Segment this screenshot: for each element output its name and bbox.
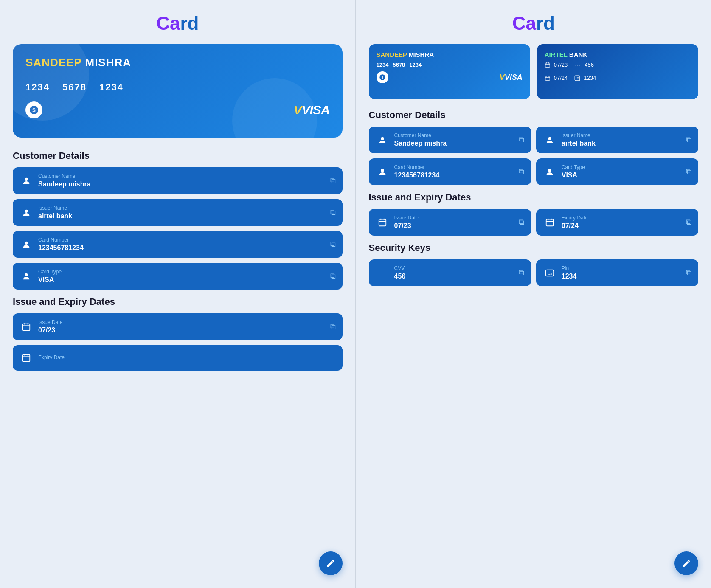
cvv-content: CVV 456 <box>394 265 514 280</box>
issuer-name-label: Issuer Name <box>38 205 325 211</box>
card-type-value: VISA <box>38 276 325 284</box>
svg-rect-16 <box>545 63 550 67</box>
card-number-item[interactable]: Card Number 123456781234 ⧉ <box>13 231 343 258</box>
expiry-date-partial-item[interactable]: Expiry Date <box>13 345 343 371</box>
right-copy-3[interactable]: ⧉ <box>519 167 524 176</box>
pin-item[interactable]: 123 Pin 1234 ⧉ <box>536 259 698 286</box>
right-issue-expiry-grid: Issue Date 07/23 ⧉ Expiry Date 07/24 ⧉ <box>369 209 699 236</box>
small-card-2-date1: 07/23 <box>545 62 568 68</box>
right-issuer-name-value: airtel bank <box>562 140 681 147</box>
customer-name-value: Sandeep mishra <box>38 180 325 188</box>
svg-point-3 <box>25 209 28 212</box>
right-customer-name-content: Customer Name Sandeep mishra <box>394 132 514 147</box>
small-card-2-white: BANK <box>569 51 587 58</box>
calendar-icon-2 <box>20 351 33 365</box>
right-copy-2[interactable]: ⧉ <box>686 135 691 144</box>
right-copy-1[interactable]: ⧉ <box>519 135 524 144</box>
small-visa-1: VVISA <box>500 73 523 82</box>
customer-name-item[interactable]: Customer Name Sandeep mishra ⧉ <box>13 167 343 194</box>
right-copy-7[interactable]: ⧉ <box>519 268 524 277</box>
svg-rect-20 <box>545 76 550 80</box>
small-card-2-green: AIRTEL <box>545 51 568 58</box>
cvv-item[interactable]: ··· CVV 456 ⧉ <box>369 259 531 286</box>
right-customer-details-heading: Customer Details <box>369 110 699 121</box>
svg-point-29 <box>548 169 551 172</box>
right-copy-4[interactable]: ⧉ <box>686 167 691 176</box>
left-title: Card <box>13 13 343 34</box>
svg-text:S: S <box>32 107 36 113</box>
expiry-date-partial-content: Expiry Date <box>38 354 336 362</box>
right-person-icon-1 <box>376 133 389 147</box>
visa-text: VISA <box>301 103 329 117</box>
copy-icon-4[interactable]: ⧉ <box>330 272 336 281</box>
right-copy-8[interactable]: ⧉ <box>686 268 691 277</box>
customer-name-label: Customer Name <box>38 173 325 179</box>
issuer-name-content: Issuer Name airtel bank <box>38 205 325 220</box>
right-title-normal: rd <box>536 13 555 34</box>
right-issuer-name-item[interactable]: Issuer Name airtel bank ⧉ <box>536 127 698 153</box>
right-calendar-icon-1 <box>376 216 389 229</box>
edit-fab-right[interactable] <box>674 551 698 575</box>
calendar-icon-1 <box>20 320 33 334</box>
right-expiry-date-label: Expiry Date <box>562 215 681 221</box>
right-calendar-icon-2 <box>543 216 556 229</box>
card-name: SANDEEP MISHRA <box>25 56 330 69</box>
svg-text:123: 123 <box>576 77 579 79</box>
card-number-value: 123456781234 <box>38 244 325 252</box>
card-num-2: 5678 <box>62 82 87 93</box>
customer-details-heading: Customer Details <box>13 150 343 161</box>
issue-date-value: 07/23 <box>38 326 325 334</box>
pin-content: Pin 1234 <box>562 265 681 280</box>
pin-label: Pin <box>562 265 681 271</box>
svg-point-28 <box>381 169 384 172</box>
small-card-2-pin: 123 1234 <box>574 75 596 81</box>
card-num-3: 1234 <box>99 82 124 93</box>
small-num-1: 1234 <box>377 62 389 68</box>
svg-rect-6 <box>23 324 30 330</box>
right-customer-details-grid: Customer Name Sandeep mishra ⧉ Issuer Na… <box>369 127 699 185</box>
card-number-content: Card Number 123456781234 <box>38 237 325 252</box>
svg-text:123: 123 <box>547 272 552 275</box>
card-number-label: Card Number <box>38 237 325 243</box>
copy-icon-5[interactable]: ⧉ <box>330 322 336 331</box>
svg-rect-10 <box>23 355 30 362</box>
small-sbi-logo: S <box>377 71 388 83</box>
right-security-grid: ··· CVV 456 ⧉ 123 Pin 1234 ⧉ <box>369 259 699 286</box>
small-card-2-date2-val: 07/24 <box>554 75 568 81</box>
issuer-name-item[interactable]: Issuer Name airtel bank ⧉ <box>13 199 343 226</box>
issue-date-item[interactable]: Issue Date 07/23 ⧉ <box>13 313 343 340</box>
copy-icon-3[interactable]: ⧉ <box>330 240 336 249</box>
card-type-item[interactable]: Card Type VISA ⧉ <box>13 263 343 290</box>
right-card-number-label: Card Number <box>394 164 514 170</box>
right-card-type-item[interactable]: Card Type VISA ⧉ <box>536 158 698 185</box>
small-card-1-first: SANDEEP <box>377 51 407 58</box>
credit-card: SANDEEP MISHRA 1234 5678 1234 S VVISA <box>13 44 343 138</box>
right-copy-5[interactable]: ⧉ <box>519 218 524 227</box>
issue-date-label: Issue Date <box>38 319 325 325</box>
right-copy-6[interactable]: ⧉ <box>686 218 691 227</box>
small-card-2-date1-val: 07/23 <box>554 62 568 68</box>
right-expiry-date-item[interactable]: Expiry Date 07/24 ⧉ <box>536 209 698 236</box>
edit-fab-left[interactable] <box>319 551 343 575</box>
right-expiry-date-value: 07/24 <box>562 222 681 230</box>
copy-icon-1[interactable]: ⧉ <box>330 176 336 185</box>
right-person-icon-4 <box>543 165 556 179</box>
right-card-number-item[interactable]: Card Number 123456781234 ⧉ <box>369 158 531 185</box>
card-type-content: Card Type VISA <box>38 269 325 284</box>
svg-point-2 <box>25 177 28 180</box>
right-issue-date-content: Issue Date 07/23 <box>394 215 514 230</box>
right-person-icon-2 <box>543 133 556 147</box>
svg-rect-34 <box>546 219 554 226</box>
copy-icon-2[interactable]: ⧉ <box>330 208 336 217</box>
pin-value: 1234 <box>562 273 681 280</box>
right-issue-date-item[interactable]: Issue Date 07/23 ⧉ <box>369 209 531 236</box>
person-icon-4 <box>20 270 33 283</box>
small-card-2-date2: 07/24 <box>545 75 568 81</box>
svg-point-4 <box>25 241 28 244</box>
small-card-2-cvv-val: 456 <box>585 62 594 68</box>
small-card-1-nums: 1234 5678 1234 <box>377 62 523 68</box>
right-card-type-value: VISA <box>562 172 681 179</box>
card-last-name: MISHRA <box>85 56 131 69</box>
right-issuer-name-label: Issuer Name <box>562 132 681 138</box>
right-customer-name-item[interactable]: Customer Name Sandeep mishra ⧉ <box>369 127 531 153</box>
